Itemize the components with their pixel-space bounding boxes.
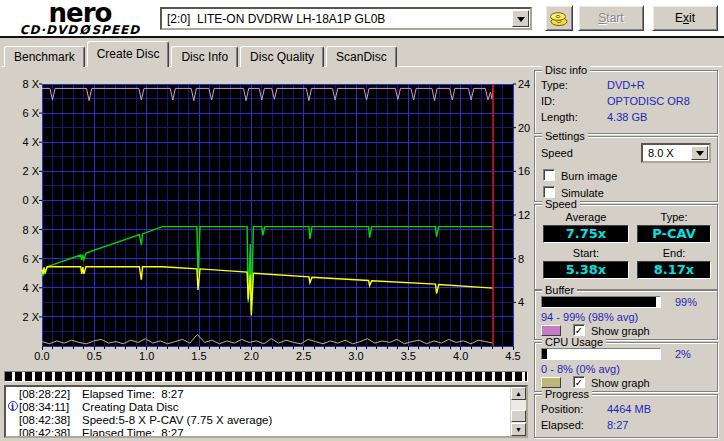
info-icon: i bbox=[6, 401, 19, 414]
disc-icon: Ø bbox=[79, 25, 90, 36]
log-text: Creating Data Disc bbox=[82, 401, 179, 414]
svg-text:24: 24 bbox=[518, 78, 530, 90]
svg-text:2.0: 2.0 bbox=[244, 350, 259, 362]
scroll-up-button[interactable]: ▲ bbox=[511, 387, 526, 400]
buffer-bar bbox=[541, 296, 661, 308]
progress-group: Progress Position: 4464 MB Elapsed: 8:27 bbox=[534, 394, 718, 438]
end-display: 8.17x bbox=[637, 261, 711, 279]
log-line: [08:42:38]Elapsed Time: 8:27 bbox=[6, 427, 510, 438]
cpu-usage-group: CPU Usage 2% 0 - 8% (0% avg) ✓ Show grap… bbox=[534, 342, 718, 392]
svg-text:2 X: 2 X bbox=[22, 311, 39, 323]
elapsed-value: 8:27 bbox=[607, 419, 628, 431]
brand-text: nero bbox=[4, 1, 156, 25]
log-time: [08:28:22] bbox=[19, 388, 82, 401]
product-text: CD·DVDØSPEED bbox=[4, 25, 156, 36]
svg-text:3.5: 3.5 bbox=[401, 350, 416, 362]
disc-id-label: ID: bbox=[541, 95, 555, 107]
elapsed-label: Elapsed: bbox=[541, 419, 584, 431]
tab-disc-quality[interactable]: Disc Quality bbox=[240, 46, 324, 67]
svg-text:6 X: 6 X bbox=[22, 253, 39, 265]
overall-progress-fill bbox=[5, 372, 527, 381]
tab-benchmark[interactable]: Benchmark bbox=[4, 46, 85, 67]
position-label: Position: bbox=[541, 403, 583, 415]
group-legend: Progress bbox=[542, 388, 592, 400]
svg-text:16 X: 16 X bbox=[22, 107, 40, 119]
log-text: Elapsed Time: 8:27 bbox=[82, 427, 184, 438]
tab-bar: BenchmarkCreate DiscDisc InfoDisc Qualit… bbox=[2, 40, 722, 67]
svg-text:2.5: 2.5 bbox=[296, 350, 311, 362]
svg-text:4 X: 4 X bbox=[22, 282, 39, 294]
start-button[interactable]: Start bbox=[578, 5, 644, 31]
buffer-color-swatch bbox=[541, 325, 561, 336]
cpu-show-graph-label: Show graph bbox=[591, 377, 650, 389]
group-legend: Settings bbox=[542, 130, 588, 142]
svg-text:4: 4 bbox=[518, 296, 524, 308]
exit-button[interactable]: Exit bbox=[652, 5, 718, 31]
svg-text:4.5: 4.5 bbox=[505, 350, 520, 362]
settings-group: Settings Speed 8.0 X Burn image Simulate bbox=[534, 136, 718, 202]
cpu-bar bbox=[541, 348, 661, 360]
svg-text:4.0: 4.0 bbox=[453, 350, 468, 362]
svg-text:0.5: 0.5 bbox=[87, 350, 102, 362]
scroll-thumb[interactable] bbox=[511, 410, 526, 422]
nero-logo: nero CD·DVDØSPEED bbox=[4, 1, 156, 36]
cpu-show-graph-checkbox[interactable]: ✓ bbox=[573, 376, 585, 388]
buffer-bar-fill bbox=[542, 297, 656, 307]
banner-divider bbox=[0, 36, 724, 38]
svg-text:14 X: 14 X bbox=[22, 136, 40, 148]
cpu-range: 0 - 8% (0% avg) bbox=[541, 363, 620, 375]
disc-type-value: DVD+R bbox=[607, 79, 645, 91]
start-label: Start: bbox=[543, 247, 629, 259]
svg-text:3.0: 3.0 bbox=[348, 350, 363, 362]
top-banner: nero CD·DVDØSPEED [2:0] LITE-ON DVDRW LH… bbox=[0, 0, 724, 36]
speed-setting-label: Speed bbox=[541, 147, 573, 159]
log-box[interactable]: [08:28:22]Elapsed Time: 8:27i[08:34:11]C… bbox=[4, 385, 528, 438]
buffer-show-graph-checkbox[interactable]: ✓ bbox=[573, 324, 585, 336]
discs-icon bbox=[550, 11, 568, 27]
tab-disc-info[interactable]: Disc Info bbox=[171, 46, 238, 67]
tab-create-disc[interactable]: Create Disc bbox=[87, 41, 170, 67]
disc-id-value: OPTODISC OR8 bbox=[607, 95, 690, 107]
svg-text:8 X: 8 X bbox=[22, 224, 39, 236]
type-label: Type: bbox=[637, 211, 711, 223]
eject-button[interactable] bbox=[545, 5, 573, 31]
log-line: i[08:34:11]Creating Data Disc bbox=[6, 401, 510, 414]
svg-text:1.5: 1.5 bbox=[191, 350, 206, 362]
drive-selector[interactable]: [2:0] LITE-ON DVDRW LH-18A1P GL0B bbox=[160, 7, 532, 30]
group-legend: CPU Usage bbox=[542, 336, 606, 348]
end-label: End: bbox=[637, 247, 711, 259]
svg-text:16: 16 bbox=[518, 165, 530, 177]
log-text: Speed:5-8 X P-CAV (7.75 X average) bbox=[82, 414, 272, 427]
average-display: 7.75x bbox=[543, 225, 629, 243]
cpu-bar-fill bbox=[542, 349, 547, 359]
disc-info-group: Disc info Type: DVD+R ID: OPTODISC OR8 L… bbox=[534, 70, 718, 134]
cpu-color-swatch bbox=[541, 377, 561, 388]
app-window: nero CD·DVDØSPEED [2:0] LITE-ON DVDRW LH… bbox=[0, 0, 724, 441]
log-line: [08:28:22]Elapsed Time: 8:27 bbox=[6, 388, 510, 401]
disc-length-value: 4.38 GB bbox=[607, 111, 647, 123]
log-time: [08:42:38] bbox=[19, 414, 82, 427]
disc-type-label: Type: bbox=[541, 79, 568, 91]
disc-length-label: Length: bbox=[541, 111, 578, 123]
dropdown-arrow-icon[interactable] bbox=[691, 146, 708, 160]
tab-scandisc[interactable]: ScanDisc bbox=[326, 46, 397, 67]
log-scrollbar[interactable]: ▲ ▼ bbox=[510, 387, 526, 436]
svg-text:12: 12 bbox=[518, 209, 530, 221]
log-lines: [08:28:22]Elapsed Time: 8:27i[08:34:11]C… bbox=[6, 388, 510, 438]
start-display: 5.38x bbox=[543, 261, 629, 279]
scroll-down-button[interactable]: ▼ bbox=[511, 423, 526, 436]
burn-image-checkbox[interactable] bbox=[543, 169, 555, 181]
drive-selector-value: [2:0] LITE-ON DVDRW LH-18A1P GL0B bbox=[162, 9, 530, 26]
log-text: Elapsed Time: 8:27 bbox=[82, 388, 184, 401]
svg-text:8: 8 bbox=[518, 253, 524, 265]
dropdown-arrow-icon[interactable] bbox=[512, 10, 529, 27]
svg-text:12 X: 12 X bbox=[22, 165, 40, 177]
overall-progress-bar bbox=[4, 371, 528, 382]
log-time: [08:42:38] bbox=[19, 427, 82, 438]
position-value: 4464 MB bbox=[607, 403, 651, 415]
simulate-checkbox[interactable] bbox=[543, 186, 555, 198]
buffer-percent: 99% bbox=[675, 296, 697, 308]
svg-text:1.0: 1.0 bbox=[139, 350, 154, 362]
buffer-range: 94 - 99% (98% avg) bbox=[541, 311, 638, 323]
speed-selector[interactable]: 8.0 X bbox=[641, 143, 711, 163]
